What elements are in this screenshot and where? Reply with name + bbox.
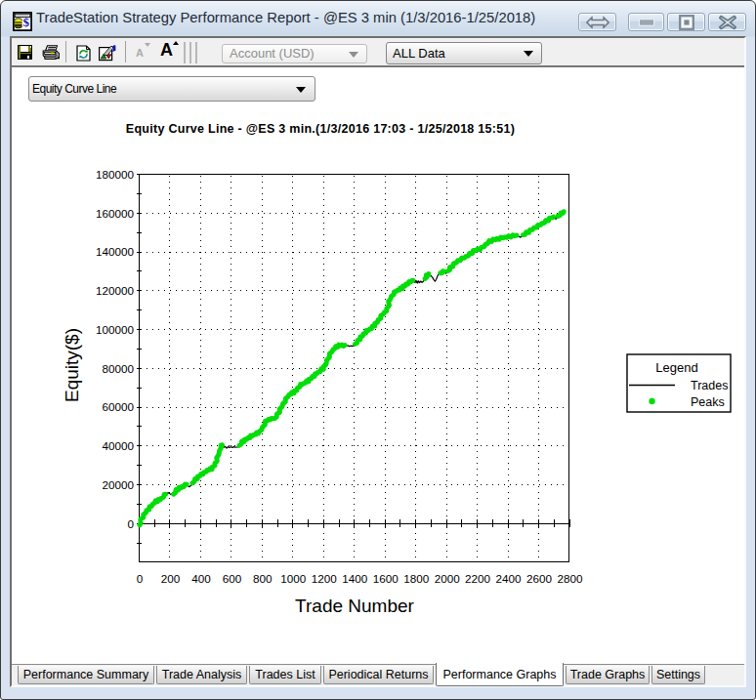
svg-text:1800: 1800 xyxy=(403,572,430,585)
svg-text:200: 200 xyxy=(161,572,181,585)
svg-text:Trade Number: Trade Number xyxy=(295,596,414,616)
svg-text:1600: 1600 xyxy=(373,572,399,585)
svg-text:1400: 1400 xyxy=(342,572,368,585)
svg-text:0: 0 xyxy=(137,572,144,585)
svg-text:600: 600 xyxy=(223,572,242,585)
svg-text:140000: 140000 xyxy=(96,245,135,258)
svg-text:80000: 80000 xyxy=(102,362,134,375)
svg-text:180000: 180000 xyxy=(96,168,135,181)
svg-text:Equity($): Equity($) xyxy=(62,328,82,402)
svg-text:Trades: Trades xyxy=(691,379,728,392)
svg-text:2600: 2600 xyxy=(526,572,553,585)
svg-text:$: $ xyxy=(23,15,30,29)
svg-text:1000: 1000 xyxy=(280,572,307,585)
svg-text:Equity Curve Line - @ES 3 min.: Equity Curve Line - @ES 3 min.(1/3/2016 … xyxy=(126,122,515,136)
svg-text:20000: 20000 xyxy=(102,478,134,491)
svg-text:2200: 2200 xyxy=(465,572,491,585)
svg-text:120000: 120000 xyxy=(96,284,135,297)
svg-text:2400: 2400 xyxy=(496,572,523,585)
svg-text:Peaks: Peaks xyxy=(691,395,725,409)
svg-text:60000: 60000 xyxy=(102,400,134,413)
svg-text:2800: 2800 xyxy=(557,572,583,585)
svg-text:800: 800 xyxy=(253,572,273,585)
svg-text:Legend: Legend xyxy=(655,360,697,375)
svg-text:100000: 100000 xyxy=(96,323,135,336)
svg-text:40000: 40000 xyxy=(102,439,134,452)
svg-text:160000: 160000 xyxy=(96,207,135,220)
svg-text:1200: 1200 xyxy=(312,572,338,585)
svg-text:0: 0 xyxy=(127,517,134,530)
svg-text:400: 400 xyxy=(191,572,211,585)
svg-text:2000: 2000 xyxy=(435,572,461,585)
